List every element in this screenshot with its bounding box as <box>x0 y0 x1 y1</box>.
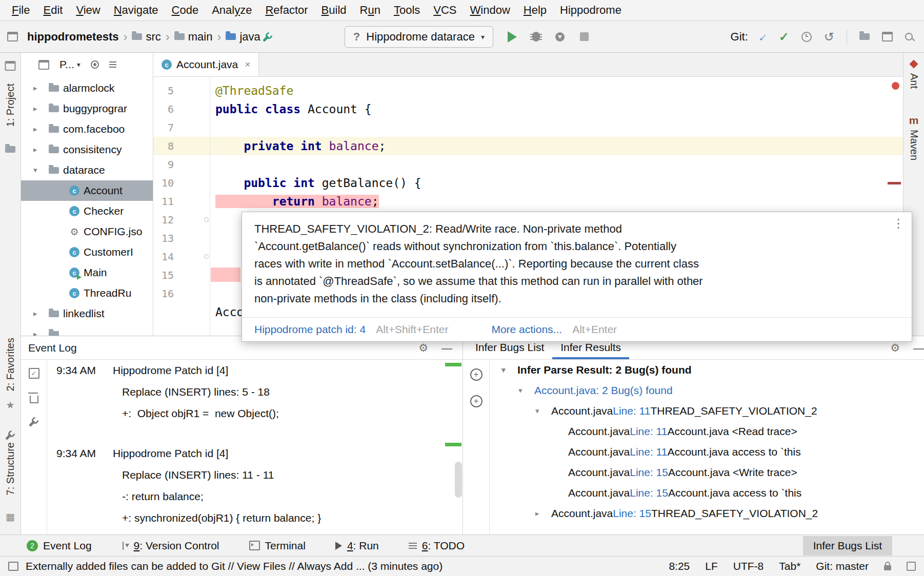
line-number[interactable]: 15 <box>153 269 174 281</box>
infer-row[interactable]: ▾Infer Parse Result: 2 Bug(s) found <box>490 360 924 380</box>
menu-item-analyze[interactable]: Analyze <box>205 4 258 17</box>
tree-arrow-icon[interactable]: ▸ <box>31 125 49 134</box>
line-ending[interactable]: LF <box>705 560 718 572</box>
menu-item-help[interactable]: Help <box>517 4 553 17</box>
search-icon[interactable] <box>905 33 913 40</box>
update-project-icon[interactable]: ↓ <box>756 29 771 44</box>
hippodrome-patch-link[interactable]: Hippodrome patch id: 4 <box>254 323 366 336</box>
lock-icon[interactable] <box>884 565 891 570</box>
project-tree-item-customeri[interactable]: cCustomerI <box>21 242 153 262</box>
menu-item-edit[interactable]: Edit <box>36 4 69 17</box>
menu-item-view[interactable]: View <box>69 4 107 17</box>
project-tree-item-partial[interactable]: ▸ <box>21 324 153 336</box>
locate-file-icon[interactable] <box>91 60 99 69</box>
close-icon[interactable]: × <box>245 59 250 70</box>
grid-icon[interactable]: ▦ <box>6 511 15 523</box>
project-tree-item-checker[interactable]: cChecker <box>21 201 153 221</box>
commit-icon[interactable]: ✓ <box>779 30 789 44</box>
minimize-icon[interactable]: — <box>913 342 924 354</box>
file-encoding[interactable]: UTF-8 <box>733 560 764 572</box>
folder-stripe-icon[interactable] <box>5 146 15 153</box>
coverage-button[interactable] <box>555 32 565 42</box>
line-number[interactable]: 6 <box>153 103 174 115</box>
tree-arrow-icon[interactable]: ▾ <box>535 406 551 416</box>
project-tree-item-main[interactable]: cMain <box>21 262 153 283</box>
folders-icon[interactable] <box>859 33 870 40</box>
stop-button[interactable] <box>580 32 589 41</box>
breadcrumb-item-java[interactable]: java <box>226 30 260 44</box>
toolwindow-terminal[interactable]: Terminal <box>249 540 306 552</box>
breadcrumb-project[interactable]: hippodrometests <box>27 30 118 44</box>
toolwindow-infer-bugs-list[interactable]: Infer Bugs List <box>803 536 892 556</box>
trash-icon[interactable] <box>30 396 38 403</box>
mark-all-read-icon[interactable]: ✓ <box>29 368 39 379</box>
project-stripe-icon[interactable] <box>5 61 16 71</box>
collapse-all-icon[interactable] <box>109 64 116 65</box>
tree-arrow-icon[interactable]: ▾ <box>518 386 534 395</box>
menu-item-file[interactable]: File <box>5 4 36 17</box>
menu-item-navigate[interactable]: Navigate <box>107 4 165 17</box>
line-number[interactable]: 13 <box>153 232 174 244</box>
menu-item-run[interactable]: Run <box>353 4 387 17</box>
breadcrumb-item-src[interactable]: src <box>132 30 160 44</box>
run-config-select[interactable]: ? Hippodrome datarace ▾ <box>345 26 493 48</box>
tree-arrow-icon[interactable]: ▸ <box>31 145 49 154</box>
stripe-structure-button[interactable]: 7: Structure <box>5 442 16 495</box>
line-number[interactable]: 11 <box>153 195 174 208</box>
line-number[interactable]: 7 <box>153 121 174 134</box>
debug-button[interactable] <box>532 32 540 42</box>
rollback-icon[interactable]: ↺ <box>824 30 834 44</box>
wrench-stripe-icon[interactable] <box>5 430 15 440</box>
stripe-maven-button[interactable]: Maven <box>908 130 920 160</box>
line-number[interactable]: 8 <box>153 140 174 152</box>
project-tree-item-linkedlist[interactable]: ▸linkedlist <box>21 303 153 324</box>
project-panel-title[interactable]: P... ▾ <box>59 58 81 71</box>
breadcrumb-item-main[interactable]: main <box>174 30 213 44</box>
stripe-favorites-button[interactable]: 2: Favorites <box>5 338 16 391</box>
line-number[interactable]: 5 <box>153 85 174 97</box>
run-button[interactable] <box>508 31 517 43</box>
history-icon[interactable] <box>801 32 812 42</box>
editor-layout-icon[interactable] <box>882 32 893 42</box>
tab-account-java[interactable]: c Account.java × <box>153 53 259 76</box>
gear-icon[interactable]: ⚙ <box>890 342 900 354</box>
toolwindow-6-todo[interactable]: 6: TODO <box>409 540 465 552</box>
infer-row[interactable]: ▸Account.java Line: 15 THREAD_SAFETY_VIO… <box>490 503 924 524</box>
project-tree-item-alarmclock[interactable]: ▸alarmclock <box>21 78 153 98</box>
toolwindow-event-log[interactable]: 2Event Log <box>27 540 92 552</box>
error-indicator-icon[interactable] <box>892 82 899 90</box>
line-number[interactable]: 12 <box>153 214 174 226</box>
more-options-icon[interactable]: ⋮ <box>892 216 905 231</box>
hide-windows-icon[interactable] <box>907 562 916 571</box>
tree-arrow-icon[interactable]: ▸ <box>535 509 551 518</box>
project-tree-item-datarace[interactable]: ▾datarace <box>21 160 153 180</box>
project-tree-item-consisitency[interactable]: ▸consisitency <box>21 139 153 160</box>
project-tree-item-threadru[interactable]: cThreadRu <box>21 283 153 303</box>
status-message[interactable]: Externally added files can be added to G… <box>26 560 443 572</box>
star-icon[interactable]: ★ <box>6 399 14 411</box>
error-stripe-mark[interactable] <box>888 182 901 184</box>
menu-item-window[interactable]: Window <box>464 4 517 17</box>
menu-item-code[interactable]: Code <box>165 4 206 17</box>
git-branch[interactable]: Git: master <box>816 560 869 572</box>
tree-arrow-icon[interactable]: ▾ <box>31 166 49 175</box>
tree-arrow-icon[interactable]: ▸ <box>31 104 49 113</box>
toolwindow-9-version-control[interactable]: 9: Version Control <box>122 540 219 552</box>
menu-item-refactor[interactable]: Refactor <box>258 4 314 17</box>
tree-arrow-icon[interactable]: ▸ <box>31 309 49 318</box>
infer-row[interactable]: Account.java Line: 11 Account.java acces… <box>490 442 924 462</box>
menu-item-build[interactable]: Build <box>315 4 353 17</box>
infer-row[interactable]: Account.java Line: 11 Account.java <Read… <box>490 421 924 442</box>
infer-row[interactable]: Account.java Line: 15 Account.java acces… <box>490 483 924 503</box>
infer-row[interactable]: ▾Account.java Line: 11 THREAD_SAFETY_VIO… <box>490 401 924 421</box>
stripe-project-button[interactable]: 1: Project <box>5 84 16 127</box>
settings-wrench-icon[interactable] <box>29 417 39 427</box>
tree-arrow-icon[interactable]: ▸ <box>31 330 49 336</box>
caret-position[interactable]: 8:25 <box>669 560 690 572</box>
menu-item-vcs[interactable]: VCS <box>427 4 463 17</box>
menu-item-tools[interactable]: Tools <box>387 4 427 17</box>
minimize-icon[interactable]: — <box>441 342 452 354</box>
project-tree-item-config-jso[interactable]: ⚙CONFIG.jso <box>21 221 153 242</box>
tree-arrow-icon[interactable]: ▸ <box>31 84 49 93</box>
hippodrome-wrench-icon[interactable] <box>263 32 273 42</box>
